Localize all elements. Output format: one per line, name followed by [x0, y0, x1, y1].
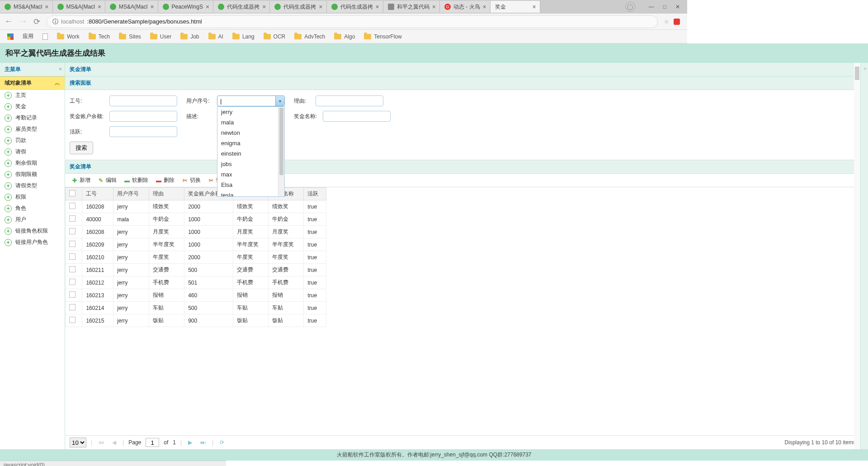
maximize-icon[interactable]: □	[663, 4, 666, 10]
sidebar-item[interactable]: +剩余假期	[0, 157, 65, 169]
sidebar-item[interactable]: +用户	[0, 214, 65, 225]
next-page-icon[interactable]: ▶	[186, 439, 194, 446]
empno-input[interactable]	[109, 95, 177, 106]
tab-close-icon[interactable]: ×	[483, 3, 486, 10]
chevron-up-icon[interactable]: ︽	[55, 79, 60, 87]
extension-icon[interactable]	[674, 19, 680, 25]
site-info-icon[interactable]: ⓘ	[52, 18, 58, 26]
dropdown-option[interactable]: tesla	[217, 190, 284, 197]
browser-tab[interactable]: 和平之翼代码×	[383, 1, 440, 13]
row-checkbox[interactable]	[69, 304, 75, 310]
browser-tab[interactable]: MS&A(Macl×	[0, 1, 53, 13]
browser-tab[interactable]: 代码生成器拷×	[327, 1, 383, 13]
table-row[interactable]: 160213jerry报销460报销报销true	[66, 289, 326, 302]
reload-icon[interactable]: ⟳	[33, 17, 40, 27]
browser-tab[interactable]: 奖金×	[491, 1, 540, 13]
delete-button[interactable]: ▬删除	[153, 176, 177, 185]
vertical-scrollbar[interactable]	[854, 63, 860, 449]
row-checkbox[interactable]	[69, 317, 75, 323]
page-input[interactable]	[146, 438, 159, 447]
browser-tab[interactable]: 代码生成器拷×	[270, 1, 326, 13]
chevron-left-icon[interactable]: »	[863, 66, 865, 71]
minimize-icon[interactable]: —	[649, 4, 654, 10]
table-row[interactable]: 160208jerry绩效奖2000绩效奖绩效奖true	[66, 200, 326, 213]
tab-close-icon[interactable]: ×	[319, 3, 322, 10]
chevron-down-icon[interactable]: ▾	[275, 96, 284, 106]
bookmark-item[interactable]: User	[150, 33, 171, 40]
bookmark-item[interactable]: Algo	[334, 33, 355, 40]
bonus-name-input[interactable]	[323, 111, 391, 122]
tab-close-icon[interactable]: ×	[262, 3, 266, 10]
bookmark-item[interactable]: Work	[57, 33, 80, 40]
bookmark-item[interactable]: AdvTech	[294, 33, 325, 40]
user-serial-combo[interactable]: ▾ jerrymalanewtonenigmaeinsteinjobsmaxEl…	[217, 95, 285, 106]
bookmark-file-icon[interactable]	[42, 33, 48, 40]
sidebar-item[interactable]: +链接用户角色	[0, 237, 65, 248]
sidebar-item[interactable]: +假期限额	[0, 169, 65, 180]
dropdown-option[interactable]: Elsa	[217, 180, 284, 190]
last-page-icon[interactable]: ⏭	[198, 439, 208, 446]
browser-tab[interactable]: MS&A(Macl×	[53, 1, 106, 13]
right-collapse-bar[interactable]: »	[861, 63, 868, 449]
bookmark-item[interactable]: Lang	[232, 33, 255, 40]
refresh-icon[interactable]: ⟳	[218, 439, 226, 446]
reason-input[interactable]	[316, 95, 383, 106]
select-all-checkbox[interactable]	[69, 190, 75, 196]
add-button[interactable]: ✚新增	[69, 176, 93, 185]
back-icon[interactable]: ←	[5, 17, 13, 26]
browser-tab[interactable]: PeaceWingS×	[158, 1, 214, 13]
apps-label[interactable]: 应用	[23, 33, 33, 40]
tab-close-icon[interactable]: ×	[150, 3, 154, 10]
bookmark-item[interactable]: Tech	[89, 33, 110, 40]
dropdown-option[interactable]: max	[217, 169, 284, 180]
bookmark-item[interactable]: OCR	[264, 33, 286, 40]
dropdown-option[interactable]: newton	[217, 128, 284, 138]
table-row[interactable]: 160210jerry年度奖2000年度奖年度奖true	[66, 251, 326, 264]
sidebar-item[interactable]: +请假类型	[0, 180, 65, 191]
edit-button[interactable]: ✎编辑	[95, 176, 119, 185]
column-header[interactable]: 用户序号	[113, 188, 149, 200]
tab-close-icon[interactable]: ×	[98, 3, 101, 10]
softdelete-button[interactable]: ▬软删除	[121, 176, 151, 185]
table-row[interactable]: 160212jerry手机费501手机费手机费true	[66, 276, 326, 289]
balance-input[interactable]	[109, 111, 177, 122]
search-button[interactable]: 搜索	[70, 142, 93, 154]
column-header[interactable]: 工号	[82, 188, 113, 200]
bookmark-item[interactable]: Job	[180, 33, 199, 40]
toggle-button[interactable]: ✂切换	[179, 176, 203, 185]
dropdown-option[interactable]: einstein	[217, 148, 284, 159]
sidebar-item[interactable]: +链接角色权限	[0, 225, 65, 237]
sidebar-item[interactable]: +考勤记录	[0, 112, 65, 124]
table-row[interactable]: 160211jerry交通费500交通费交通费true	[66, 264, 326, 276]
dropdown-option[interactable]: mala	[217, 117, 284, 128]
sidebar-section-header[interactable]: 域对象清单 ︽	[0, 76, 65, 90]
table-row[interactable]: 40000mala牛奶金1000牛奶金牛奶金true	[66, 213, 326, 226]
row-checkbox[interactable]	[69, 228, 75, 234]
active-input[interactable]	[109, 126, 177, 137]
dropdown-scrollbar[interactable]	[278, 107, 284, 196]
row-checkbox[interactable]	[69, 253, 75, 260]
collapse-icon[interactable]: «	[59, 66, 60, 73]
sidebar-item[interactable]: +主页	[0, 90, 65, 101]
bookmark-item[interactable]: TensorFlow	[364, 33, 401, 40]
apps-icon[interactable]	[7, 33, 14, 40]
tab-close-icon[interactable]: ×	[533, 3, 536, 10]
row-checkbox[interactable]	[69, 203, 75, 209]
tab-close-icon[interactable]: ×	[206, 3, 209, 10]
table-row[interactable]: 160215jerry饭贴900饭贴饭贴true	[66, 314, 326, 327]
bookmark-item[interactable]: AI	[208, 33, 223, 40]
row-checkbox[interactable]	[69, 291, 75, 298]
table-row[interactable]: 160209jerry半年度奖1000半年度奖半年度奖true	[66, 238, 326, 251]
dropdown-option[interactable]: jerry	[217, 107, 284, 117]
close-icon[interactable]: ✕	[675, 4, 680, 10]
url-input[interactable]: ⓘ localhost:8080/GenerateSample/pages/bo…	[47, 15, 658, 28]
bookmark-item[interactable]: Sites	[119, 33, 141, 40]
column-header[interactable]: 活跃	[304, 188, 326, 200]
table-row[interactable]: 160214jerry车贴500车贴车贴true	[66, 302, 326, 314]
row-checkbox[interactable]	[69, 266, 75, 272]
tab-close-icon[interactable]: ×	[432, 3, 436, 10]
sidebar-item[interactable]: +角色	[0, 203, 65, 214]
row-checkbox[interactable]	[69, 279, 75, 285]
column-header[interactable]: 理由	[149, 188, 184, 200]
browser-tab[interactable]: MS&A(Macl×	[105, 1, 158, 13]
